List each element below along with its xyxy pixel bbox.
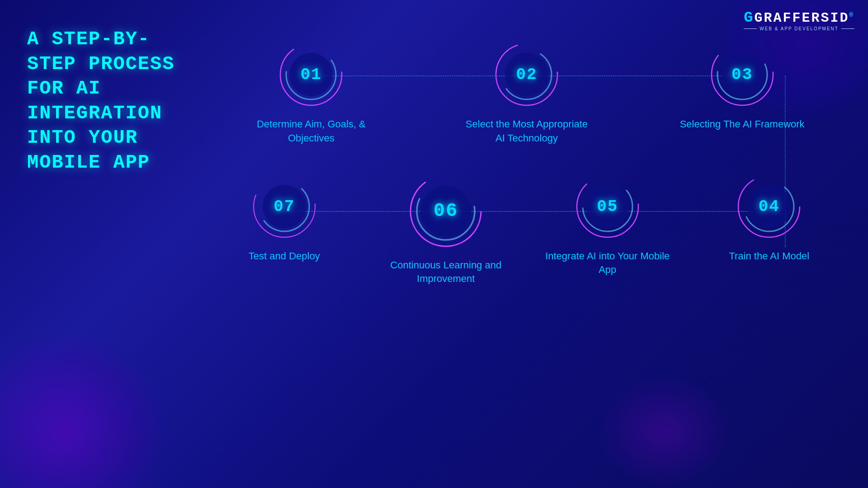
circle-02: 02 bbox=[493, 41, 561, 108]
step-01: 01 Determine Aim, Goals, & Objectives bbox=[245, 41, 377, 145]
step-07-label: Test and Deploy bbox=[249, 249, 320, 263]
step-07: 07 Test and Deploy bbox=[219, 173, 350, 263]
step-04-number: 04 bbox=[759, 197, 780, 216]
logo-tagline-container: WEB & APP DEVELOPMENT bbox=[744, 26, 854, 31]
logo-tagline: WEB & APP DEVELOPMENT bbox=[760, 26, 839, 31]
step-03-label: Selecting The AI Framework bbox=[680, 117, 805, 131]
circle-07: 07 bbox=[250, 173, 318, 240]
circle-03: 03 bbox=[708, 41, 776, 108]
logo: GGRAFFERSID® WEB & APP DEVELOPMENT bbox=[744, 9, 854, 31]
connector-bottom-row bbox=[269, 211, 753, 212]
logo-g-letter: G bbox=[744, 9, 754, 26]
step-04-label: Train the AI Model bbox=[729, 249, 809, 263]
step-05-number: 05 bbox=[597, 197, 618, 216]
step-02: 02 Select the Most Appropriate AI Techno… bbox=[461, 41, 592, 145]
step-07-number: 07 bbox=[274, 197, 295, 216]
row-top: 01 Determine Aim, Goals, & Objectives 02… bbox=[203, 36, 850, 145]
circle-01: 01 bbox=[277, 41, 345, 108]
step-02-label: Select the Most Appropriate AI Technolog… bbox=[461, 117, 592, 145]
circle-04: 04 bbox=[735, 173, 803, 240]
main-title: A STEP-BY-STEP PROCESS FOR AI INTEGRATIO… bbox=[27, 27, 181, 175]
step-06-number: 06 bbox=[434, 200, 458, 222]
background-blob-1 bbox=[0, 330, 167, 488]
steps-layout: 01 Determine Aim, Goals, & Objectives 02… bbox=[203, 36, 850, 470]
step-02-number: 02 bbox=[516, 66, 537, 84]
step-06: 06 Continuous Learning and Improvement bbox=[380, 173, 511, 286]
circle-05: 05 bbox=[574, 173, 642, 240]
step-04: 04 Train the AI Model bbox=[703, 173, 835, 263]
step-03: 03 Selecting The AI Framework bbox=[677, 41, 808, 131]
step-05: 05 Integrate AI into Your Mobile App bbox=[542, 173, 673, 277]
logo-text: GRAFFERSID bbox=[755, 10, 849, 26]
step-01-number: 01 bbox=[301, 66, 322, 84]
step-05-label: Integrate AI into Your Mobile App bbox=[542, 249, 673, 277]
step-03-number: 03 bbox=[731, 66, 753, 84]
circle-06: 06 bbox=[407, 173, 484, 249]
row-bottom: 07 Test and Deploy 06 Continuous Learnin… bbox=[203, 145, 850, 286]
step-01-label: Determine Aim, Goals, & Objectives bbox=[245, 117, 377, 145]
step-06-label: Continuous Learning and Improvement bbox=[380, 258, 511, 286]
